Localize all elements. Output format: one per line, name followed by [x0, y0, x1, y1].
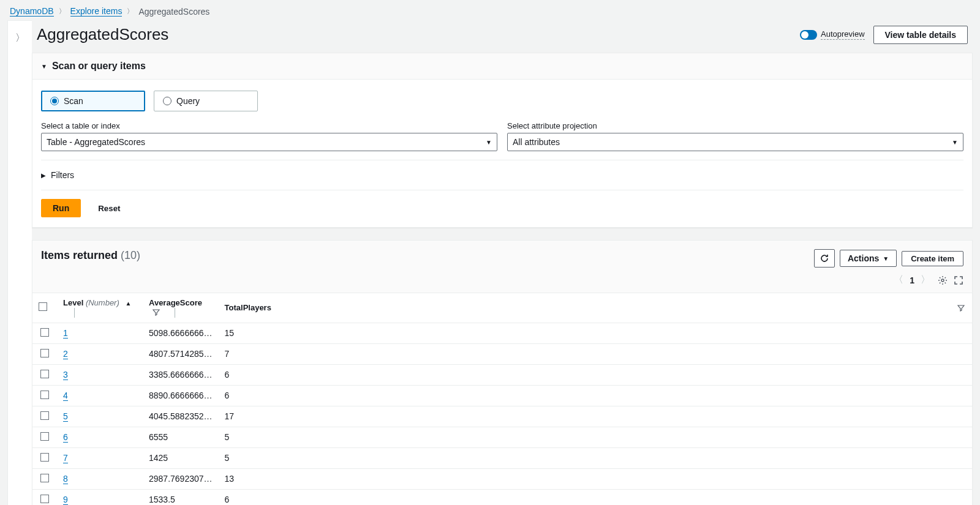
- level-link[interactable]: 5: [63, 411, 68, 422]
- table-row: 15098.6666666…15: [32, 323, 972, 343]
- cell-averagescore: 8890.6666666…: [143, 385, 219, 406]
- table-row: 33385.6666666…6: [32, 364, 972, 385]
- caret-right-icon: ▶: [41, 172, 46, 179]
- pager: 〈 1 〉: [894, 274, 930, 286]
- column-header-level[interactable]: Level (Number) ▲: [57, 293, 143, 323]
- chevron-right-icon: 〉: [59, 7, 66, 16]
- level-link[interactable]: 7: [63, 453, 68, 463]
- toggle-switch-icon: [800, 30, 817, 40]
- caret-down-icon: ▼: [41, 63, 47, 70]
- column-header-totalplayers[interactable]: TotalPlayers: [219, 293, 304, 323]
- caret-down-icon: ▼: [952, 139, 958, 146]
- column-filter-icon[interactable]: [957, 304, 966, 313]
- view-table-details-button[interactable]: View table details: [873, 26, 968, 44]
- level-link[interactable]: 8: [63, 474, 68, 484]
- cell-totalplayers: 17: [219, 406, 304, 427]
- chevron-right-icon: 〉: [15, 32, 25, 45]
- cell-totalplayers: 6: [219, 364, 304, 385]
- pager-prev[interactable]: 〈: [894, 274, 903, 286]
- breadcrumb-root[interactable]: DynamoDB: [10, 6, 54, 17]
- row-checkbox[interactable]: [40, 391, 49, 399]
- svg-point-0: [941, 279, 944, 282]
- actions-label: Actions: [848, 253, 879, 263]
- items-returned-title: Items returned (10): [41, 249, 140, 262]
- row-checkbox[interactable]: [40, 349, 49, 357]
- level-link[interactable]: 6: [63, 432, 68, 443]
- cell-averagescore: 4807.5714285…: [143, 343, 219, 364]
- cell-averagescore: 4045.5882352…: [143, 406, 219, 427]
- query-radio-label: Query: [176, 96, 200, 106]
- projection-select[interactable]: All attributes ▼: [507, 133, 963, 151]
- scan-query-title: Scan or query items: [52, 61, 146, 72]
- query-radio[interactable]: Query: [154, 91, 258, 111]
- create-item-button[interactable]: Create item: [902, 251, 963, 266]
- table-header-row: Level (Number) ▲ AverageScore: [32, 293, 972, 323]
- table-row: 54045.5882352…17: [32, 406, 972, 427]
- scan-query-header[interactable]: ▼ Scan or query items: [32, 53, 972, 80]
- level-link[interactable]: 3: [63, 370, 68, 380]
- cell-averagescore: 2987.7692307…: [143, 468, 219, 489]
- cell-totalplayers: 5: [219, 427, 304, 447]
- cell-totalplayers: 6: [219, 489, 304, 505]
- column-header-averagescore[interactable]: AverageScore: [143, 293, 219, 323]
- settings-button[interactable]: [938, 275, 948, 285]
- items-count: (10): [121, 249, 140, 261]
- breadcrumb-explore-items[interactable]: Explore items: [70, 6, 123, 17]
- cell-averagescore: 1533.5: [143, 489, 219, 505]
- actions-dropdown[interactable]: Actions ▼: [840, 250, 897, 267]
- cell-totalplayers: 7: [219, 343, 304, 364]
- reset-button[interactable]: Reset: [89, 200, 129, 217]
- cell-averagescore: 5098.6666666…: [143, 323, 219, 343]
- row-checkbox[interactable]: [40, 453, 49, 462]
- table-row: 82987.7692307…13: [32, 468, 972, 489]
- table-row: 48890.6666666…6: [32, 385, 972, 406]
- cell-totalplayers: 5: [219, 447, 304, 468]
- run-button[interactable]: Run: [41, 199, 81, 217]
- fullscreen-button[interactable]: [954, 275, 963, 285]
- cell-averagescore: 1425: [143, 447, 219, 468]
- row-checkbox[interactable]: [40, 495, 49, 503]
- filters-toggle[interactable]: ▶ Filters: [41, 169, 963, 181]
- page-title: AggregatedScores: [37, 25, 168, 44]
- row-checkbox[interactable]: [40, 474, 49, 482]
- row-checkbox[interactable]: [40, 411, 49, 420]
- sidebar-collapse-tab[interactable]: 〉: [7, 20, 32, 505]
- cell-averagescore: 6555: [143, 427, 219, 447]
- row-checkbox[interactable]: [40, 432, 49, 441]
- chevron-right-icon: 〉: [127, 7, 134, 16]
- table-row: 24807.5714285…7: [32, 343, 972, 364]
- cell-totalplayers: 13: [219, 468, 304, 489]
- scan-radio[interactable]: Scan: [41, 91, 145, 111]
- breadcrumb: DynamoDB 〉 Explore items 〉 AggregatedSco…: [0, 0, 980, 20]
- table-select-value: Table - AggregatedScores: [47, 137, 145, 147]
- items-returned-panel: Items returned (10) Actions ▼ Create ite…: [32, 240, 973, 505]
- row-checkbox[interactable]: [40, 370, 49, 378]
- level-link[interactable]: 2: [63, 349, 68, 359]
- filter-icon[interactable]: [153, 309, 161, 317]
- table-select[interactable]: Table - AggregatedScores ▼: [41, 133, 497, 151]
- page-header: AggregatedScores Autopreview View table …: [32, 20, 973, 53]
- level-link[interactable]: 4: [63, 391, 68, 401]
- radio-unselected-icon: [163, 97, 172, 105]
- pager-next[interactable]: 〉: [921, 274, 930, 286]
- select-all-checkbox[interactable]: [39, 302, 47, 311]
- scan-radio-label: Scan: [64, 96, 83, 106]
- projection-select-label: Select attribute projection: [507, 121, 963, 130]
- items-table: Level (Number) ▲ AverageScore: [32, 293, 972, 505]
- row-checkbox[interactable]: [40, 328, 49, 337]
- caret-down-icon: ▼: [486, 139, 492, 146]
- table-select-label: Select a table or index: [41, 121, 497, 130]
- level-link[interactable]: 9: [63, 495, 68, 505]
- sort-asc-icon: ▲: [125, 300, 131, 307]
- table-row: 714255: [32, 447, 972, 468]
- cell-totalplayers: 6: [219, 385, 304, 406]
- scan-query-panel: ▼ Scan or query items Scan Query: [32, 53, 973, 228]
- pager-page-number: 1: [910, 275, 914, 285]
- refresh-button[interactable]: [814, 249, 835, 267]
- level-link[interactable]: 1: [63, 328, 68, 339]
- projection-select-value: All attributes: [513, 137, 560, 147]
- breadcrumb-current: AggregatedScores: [138, 7, 209, 17]
- autopreview-toggle[interactable]: Autopreview: [800, 29, 865, 40]
- caret-down-icon: ▼: [883, 255, 889, 262]
- radio-selected-icon: [50, 97, 59, 105]
